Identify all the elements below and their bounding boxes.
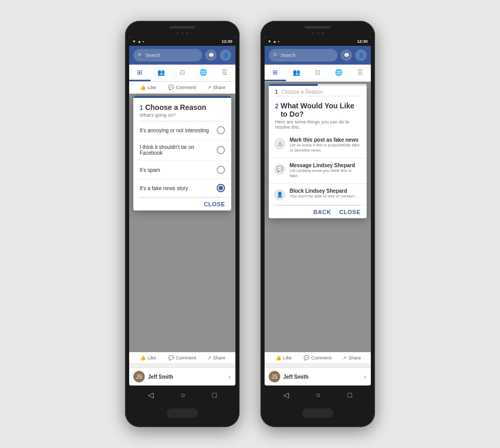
signal-icon-2: ▼ (268, 40, 271, 43)
dialog-2: 1 Choose a Reason 2 What Would You Like … (269, 84, 367, 218)
signal-icon-1: ▼ (132, 40, 136, 43)
header-icons-2: 💬 👤 (341, 49, 367, 61)
option-annoying-radio[interactable] (217, 126, 225, 134)
post-actions-top-1: 👍 Like 💬 Comment ↗ Share (129, 82, 235, 94)
warning-icon: ⚠ (274, 138, 285, 150)
step1-inactive-2: 1 Choose a Reason (269, 86, 367, 96)
nav-menu-2[interactable]: ☰ (349, 65, 371, 81)
option-spam-label: It's spam (140, 167, 160, 173)
option-shouldnt-radio[interactable] (217, 146, 225, 154)
phone-bottom-2 (265, 404, 371, 420)
post-name-2: Jeff Smith (283, 374, 308, 380)
like-btn-bottom-1[interactable]: 👍 Like (131, 355, 165, 360)
share-btn-bottom-1[interactable]: ↗ Share (199, 355, 233, 360)
comment-icon-bottom-1: 💬 (168, 355, 174, 360)
nav-menu-1[interactable]: ☰ (214, 65, 235, 81)
nav-bar-2: ⊞ 👥 ⊡ 🌐 ☰ (265, 65, 371, 82)
action-block[interactable]: 👤 Block Lindsey Shepard You won't be abl… (269, 184, 367, 205)
action-fake-desc: Let us know if this is purposefully fake… (290, 143, 361, 154)
bottom-nav-1: ◁ ○ □ (129, 385, 235, 404)
friends-icon-1[interactable]: 👤 (220, 49, 231, 61)
dialog-title-2: What Would You Like to Do? (281, 102, 360, 118)
home-bar-1[interactable] (167, 408, 198, 418)
status-bar-2: ▼ ▲ ▪ 12:30 (265, 36, 371, 46)
option-fake-radio[interactable] (217, 184, 225, 192)
like-icon-top-1: 👍 (140, 85, 146, 90)
header-icons-1: 💬 👤 (205, 49, 231, 61)
back-button-2[interactable]: BACK (314, 209, 331, 215)
comment-icon-b2: 💬 (304, 355, 309, 360)
nav-home-2[interactable]: ⊞ (265, 65, 286, 81)
chevron-icon-2: ∨ (363, 374, 367, 380)
dialog-subtitle-2: Here are some things you can do to resol… (275, 119, 360, 130)
like-btn-top-1[interactable]: 👍 Like (131, 85, 165, 90)
nav-friends-1[interactable]: 👥 (151, 65, 172, 81)
home-bar-2[interactable] (302, 408, 333, 418)
nav-friends-2[interactable]: 👥 (286, 65, 307, 81)
share-label-top-1: Share (213, 85, 226, 90)
chevron-icon-1: ∨ (228, 374, 231, 380)
share-btn-bottom-2[interactable]: ↗ Share (335, 355, 369, 360)
option-annoying[interactable]: It's annoying or not interesting (133, 121, 231, 140)
nav-shop-2[interactable]: ⊡ (307, 65, 329, 81)
search-icon-2: 🔍 (273, 53, 279, 58)
battery-icon-1: ▪ (143, 40, 144, 43)
like-icon-bottom-1: 👍 (140, 355, 146, 360)
search-bar-2[interactable]: 🔍 Search (269, 49, 338, 61)
dialog-header-2: 2 What Would You Like to Do? Here are so… (269, 96, 367, 133)
post-actions-bottom-2: 👍 Like 💬 Comment ↗ Share (265, 352, 371, 364)
action-message[interactable]: 💬 Message Lindsey Shepard Let Lindsey kn… (269, 158, 367, 184)
option-spam-radio[interactable] (217, 166, 225, 174)
phone-bottom-1 (129, 404, 235, 420)
messenger-icon-1[interactable]: 💬 (205, 49, 217, 61)
action-fake-news[interactable]: ⚠ Mark this post as fake news Let us kno… (269, 133, 367, 158)
clock-1: 12:30 (222, 39, 232, 44)
step2-num-2: 2 (275, 103, 279, 110)
message-icon: 💬 (274, 164, 285, 175)
home-nav-btn-1[interactable]: ○ (181, 391, 185, 399)
search-placeholder-1: Search (145, 53, 160, 58)
bottom-nav-2: ◁ ○ □ (265, 385, 371, 404)
dialog-overlay-2: 1 Choose a Reason 2 What Would You Like … (265, 82, 371, 352)
option-fake-news[interactable]: It's a fake news story (133, 179, 231, 197)
share-btn-top-1[interactable]: ↗ Share (199, 85, 233, 90)
close-button-1[interactable]: CLOSE (204, 201, 225, 207)
recents-nav-btn-1[interactable]: □ (213, 391, 217, 399)
nav-home-1[interactable]: ⊞ (129, 65, 151, 81)
comment-btn-top-1[interactable]: 💬 Comment (165, 85, 199, 90)
recents-nav-btn-2[interactable]: □ (348, 391, 352, 399)
comment-label-top-1: Comment (176, 85, 196, 90)
home-nav-btn-2[interactable]: ○ (316, 391, 320, 399)
step1-num-inactive: 1 (275, 89, 278, 95)
comment-btn-bottom-2[interactable]: 💬 Comment (301, 355, 334, 360)
option-shouldnt-be[interactable]: I think it shouldn't be on Facebook (133, 140, 231, 161)
comment-btn-bottom-1[interactable]: 💬 Comment (165, 355, 199, 360)
action-message-title: Message Lindsey Shepard (290, 163, 361, 168)
screen-1: ▼ ▲ ▪ 12:30 🔍 Search 💬 👤 ⊞ 👥 ⊡ 🌐 ☰ (129, 36, 235, 385)
share-label-b2: Share (348, 355, 361, 360)
like-label-bottom-1: Like (147, 355, 156, 360)
share-icon-bottom-1: ↗ (207, 355, 211, 360)
back-nav-btn-1[interactable]: ◁ (148, 391, 154, 399)
like-label-top-1: Like (147, 85, 156, 90)
nav-shop-1[interactable]: ⊡ (172, 65, 193, 81)
search-bar-1[interactable]: 🔍 Search (133, 49, 202, 61)
option-spam[interactable]: It's spam (133, 161, 231, 179)
clock-2: 12:30 (357, 39, 368, 44)
comment-label-bottom-1: Comment (176, 355, 196, 360)
back-nav-btn-2[interactable]: ◁ (283, 391, 289, 399)
action-message-desc: Let Lindsey know you think this is fake. (290, 168, 361, 179)
search-icon-1: 🔍 (138, 53, 143, 58)
like-btn-bottom-2[interactable]: 👍 Like (267, 355, 301, 360)
close-button-2[interactable]: CLOSE (340, 209, 360, 215)
dialog-1: 1 Choose a Reason What's going on? It's … (133, 96, 231, 210)
action-block-title: Block Lindsey Shepard (290, 188, 358, 194)
nav-globe-1[interactable]: 🌐 (193, 65, 214, 81)
share-label-bottom-1: Share (213, 355, 226, 360)
like-icon-b2: 👍 (276, 355, 281, 360)
nav-globe-2[interactable]: 🌐 (328, 65, 349, 81)
messenger-icon-2[interactable]: 💬 (341, 49, 352, 61)
friends-icon-2[interactable]: 👤 (355, 49, 367, 61)
like-label-b2: Like (283, 355, 292, 360)
screen-2: ▼ ▲ ▪ 12:30 🔍 Search 💬 👤 ⊞ 👥 ⊡ 🌐 ☰ (265, 36, 371, 385)
